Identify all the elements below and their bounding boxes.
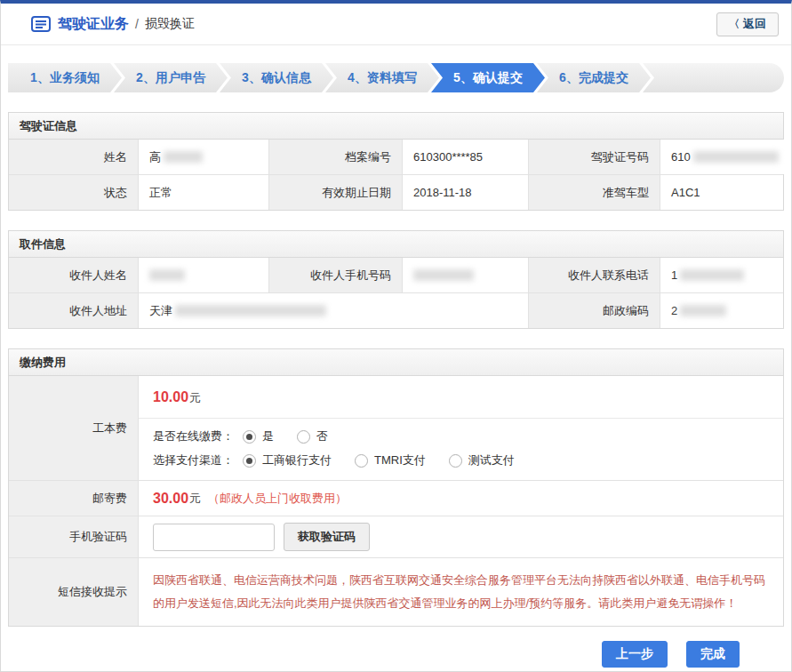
postage-fee-amount: 30.00 (153, 491, 188, 507)
radio-icon (243, 454, 256, 468)
section-title-license: 驾驶证信息 (9, 113, 783, 140)
file-no-value: 610300****85 (402, 140, 528, 174)
card-fee-amount: 10.00 (153, 389, 188, 404)
step-3-confirm-info[interactable]: 3、确认信息 (220, 63, 333, 92)
postage-fee-row: 邮寄费 30.00元 （邮政人员上门收取费用） (9, 480, 783, 516)
radio-label: 工商银行支付 (262, 452, 332, 468)
recipient-phone-label: 收件人联系电话 (528, 258, 660, 292)
section-license-info: 驾驶证信息 姓名 高 档案编号 610300****85 驾驶证号码 610 状… (8, 112, 784, 211)
section-pickup-info: 取件信息 收件人姓名 收件人手机号码 收件人联系电话 1 收件人地址 天津 邮政… (8, 230, 784, 329)
recipient-address-value: 天津 (138, 293, 528, 328)
recipient-name-value (138, 258, 268, 292)
radio-label: TMRI支付 (374, 452, 426, 468)
sms-notice-label: 短信接收提示 (9, 558, 138, 626)
postage-fee-label: 邮寄费 (9, 481, 138, 516)
radio-label: 否 (316, 428, 328, 444)
postage-fee-unit: 元 (189, 491, 201, 507)
breadcrumb-separator: / (135, 17, 139, 31)
chevron-left-icon: 〈 (729, 17, 740, 32)
redacted-patch (164, 151, 203, 163)
expiry-value: 2018-11-18 (402, 175, 528, 210)
table-row: 姓名 高 档案编号 610300****85 驾驶证号码 610 (9, 140, 783, 174)
section-fees: 缴纳费用 工本费 10.00元 是否在线缴费： 是 否 (8, 348, 784, 627)
card-fee-label: 工本费 (9, 376, 138, 480)
vehicle-class-value: A1C1 (660, 175, 783, 210)
get-code-button[interactable]: 获取验证码 (284, 523, 370, 551)
step-wizard-tail (643, 63, 784, 92)
redacted-patch (680, 269, 744, 281)
redacted-patch (413, 269, 474, 281)
back-button[interactable]: 〈 返回 (716, 12, 779, 36)
redacted-patch (175, 305, 326, 316)
payment-channel-question: 选择支付渠道： (153, 452, 234, 468)
payment-channel-question-row: 选择支付渠道： 工商银行支付 TMRI支付 测试支付 (153, 452, 769, 468)
status-label: 状态 (9, 175, 138, 210)
sms-notice-row: 短信接收提示 因陕西省联通、电信运营商技术问题，陕西省互联网交通安全综合服务管理… (9, 557, 783, 626)
radio-online-yes[interactable]: 是 (243, 428, 274, 444)
section-title-pickup: 取件信息 (9, 231, 783, 258)
radio-icon (355, 454, 368, 468)
redacted-patch (680, 305, 726, 316)
license-no-label: 驾驶证号码 (528, 140, 660, 174)
name-value: 高 (138, 140, 268, 174)
sms-notice-cell: 因陕西省联通、电信运营商技术问题，陕西省互联网交通安全综合服务管理平台无法向持陕… (138, 558, 783, 626)
redacted-patch (693, 151, 779, 163)
vehicle-class-label: 准驾车型 (528, 175, 660, 210)
radio-channel-test[interactable]: 测试支付 (449, 452, 515, 468)
table-row: 状态 正常 有效期止日期 2018-11-18 准驾车型 A1C1 (9, 174, 783, 210)
redacted-patch (149, 269, 185, 281)
page-container: 驾驶证业务 / 损毁换证 〈 返回 1、业务须知 2、用户申告 3、确认信息 4… (0, 0, 792, 672)
postage-fee-value: 30.00元 （邮政人员上门收取费用） (138, 481, 783, 516)
card-fee-value: 10.00元 是否在线缴费： 是 否 选择支付渠道： 工商银行支付 TMRI支付 (138, 376, 783, 480)
card-fee-amount-line: 10.00元 (139, 376, 783, 418)
radio-icon (449, 454, 462, 468)
step-5-confirm-submit[interactable]: 5、确认提交 (431, 63, 545, 92)
radio-icon (243, 430, 256, 444)
license-list-icon (31, 16, 51, 32)
breadcrumb-current: 损毁换证 (145, 16, 195, 32)
back-button-label: 返回 (743, 16, 766, 32)
postage-fee-note: （邮政人员上门收取费用） (208, 491, 347, 507)
status-value: 正常 (138, 175, 268, 210)
name-label: 姓名 (9, 140, 138, 174)
online-payment-question-row: 是否在线缴费： 是 否 (153, 428, 769, 444)
radio-label: 是 (262, 428, 274, 444)
step-1-notice[interactable]: 1、业务须知 (8, 63, 122, 92)
sms-code-label: 手机验证码 (9, 516, 138, 557)
recipient-address-label: 收件人地址 (9, 293, 138, 328)
postcode-label: 邮政编码 (528, 293, 660, 328)
radio-channel-icbc[interactable]: 工商银行支付 (243, 452, 332, 468)
license-no-value: 610 (660, 140, 789, 174)
radio-channel-tmri[interactable]: TMRI支付 (355, 452, 426, 468)
radio-online-no[interactable]: 否 (297, 428, 328, 444)
step-6-complete[interactable]: 6、完成提交 (537, 63, 651, 92)
step-wizard: 1、业务须知 2、用户申告 3、确认信息 4、资料填写 5、确认提交 6、完成提… (8, 63, 784, 92)
table-row: 收件人地址 天津 邮政编码 2 (9, 292, 783, 328)
expiry-label: 有效期止日期 (268, 175, 402, 210)
recipient-mobile-value (402, 258, 528, 292)
radio-icon (297, 430, 310, 444)
finish-button[interactable]: 完成 (686, 641, 740, 668)
card-fee-unit: 元 (189, 391, 201, 404)
online-payment-question: 是否在线缴费： (153, 428, 234, 444)
radio-label: 测试支付 (468, 452, 515, 468)
table-row: 收件人姓名 收件人手机号码 收件人联系电话 1 (9, 258, 783, 292)
page-title: 驾驶证业务 (58, 15, 129, 34)
header-bar: 驾驶证业务 / 损毁换证 〈 返回 (1, 4, 791, 45)
file-no-label: 档案编号 (268, 140, 402, 174)
recipient-mobile-label: 收件人手机号码 (268, 258, 402, 292)
sms-code-cell: 获取验证码 (138, 516, 783, 557)
footer-actions: 上一步 完成 (1, 627, 791, 668)
postcode-value: 2 (660, 293, 783, 328)
previous-step-button[interactable]: 上一步 (602, 641, 668, 668)
recipient-name-label: 收件人姓名 (9, 258, 138, 292)
recipient-phone-value: 1 (660, 258, 783, 292)
sms-code-row: 手机验证码 获取验证码 (9, 516, 783, 557)
card-fee-row: 工本费 10.00元 是否在线缴费： 是 否 选择支付渠道： (9, 376, 783, 480)
sms-code-input[interactable] (153, 524, 275, 551)
section-title-fees: 缴纳费用 (9, 349, 783, 376)
step-2-declare[interactable]: 2、用户申告 (114, 63, 228, 92)
step-4-fill-data[interactable]: 4、资料填写 (325, 63, 439, 92)
sms-notice-text: 因陕西省联通、电信运营商技术问题，陕西省互联网交通安全综合服务管理平台无法向持陕… (153, 569, 769, 615)
